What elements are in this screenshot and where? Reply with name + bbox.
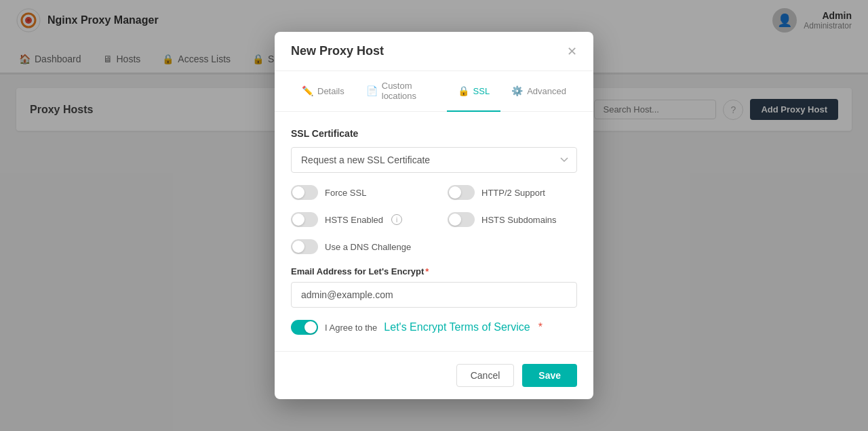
- agree-required-star: *: [538, 321, 542, 333]
- modal-header: New Proxy Host ✕: [275, 32, 593, 71]
- http2-label: HTTP/2 Support: [481, 188, 545, 198]
- tab-custom-locations-label: Custom locations: [382, 81, 436, 101]
- custom-locations-tab-icon: 📄: [366, 85, 378, 96]
- ssl-certificate-select-wrapper: Request a new SSL Certificate: [291, 147, 577, 173]
- hsts-subdomains-toggle[interactable]: [448, 212, 475, 227]
- http2-toggle-item: HTTP/2 Support: [448, 185, 577, 200]
- new-proxy-host-modal: New Proxy Host ✕ ✏️ Details 📄 Custom loc…: [275, 32, 593, 399]
- hsts-subdomains-label: HSTS Subdomains: [481, 215, 557, 225]
- tab-details[interactable]: ✏️ Details: [291, 71, 355, 112]
- agree-toggle[interactable]: [291, 320, 318, 335]
- force-ssl-toggle-item: Force SSL: [291, 185, 420, 200]
- dns-challenge-label: Use a DNS Challenge: [325, 242, 411, 252]
- details-tab-icon: ✏️: [302, 85, 313, 96]
- tab-advanced[interactable]: ⚙️ Advanced: [500, 71, 577, 112]
- modal-title: New Proxy Host: [291, 44, 384, 58]
- tab-custom-locations[interactable]: 📄 Custom locations: [355, 71, 447, 112]
- close-button[interactable]: ✕: [567, 45, 577, 58]
- tab-details-label: Details: [317, 86, 344, 96]
- advanced-tab-icon: ⚙️: [511, 85, 523, 96]
- email-input[interactable]: [291, 282, 577, 308]
- dns-challenge-toggle-item: Use a DNS Challenge: [291, 239, 420, 254]
- hsts-subdomains-toggle-item: HSTS Subdomains: [448, 212, 577, 227]
- ssl-toggles-grid: Force SSL HTTP/2 Support HSTS Enabled i …: [291, 185, 577, 254]
- tab-advanced-label: Advanced: [527, 86, 566, 96]
- letsencrypt-tos-link[interactable]: Let's Encrypt Terms of Service: [384, 321, 530, 333]
- save-button[interactable]: Save: [522, 364, 577, 387]
- force-ssl-toggle[interactable]: [291, 185, 318, 200]
- modal-overlay: New Proxy Host ✕ ✏️ Details 📄 Custom loc…: [0, 0, 868, 431]
- ssl-certificate-label: SSL Certificate: [291, 128, 577, 139]
- force-ssl-label: Force SSL: [325, 188, 366, 198]
- modal-tabs: ✏️ Details 📄 Custom locations 🔒 SSL ⚙️ A…: [275, 71, 593, 112]
- hsts-enabled-label: HSTS Enabled: [325, 215, 383, 225]
- dns-challenge-toggle[interactable]: [291, 239, 318, 254]
- http2-toggle[interactable]: [448, 185, 475, 200]
- hsts-enabled-toggle[interactable]: [291, 212, 318, 227]
- tab-ssl[interactable]: 🔒 SSL: [447, 71, 501, 112]
- email-required-star: *: [425, 266, 429, 276]
- ssl-tab-icon: 🔒: [458, 85, 469, 96]
- agree-row: I Agree to the Let's Encrypt Terms of Se…: [291, 320, 577, 335]
- modal-footer: Cancel Save: [275, 351, 593, 399]
- agree-text: I Agree to the: [325, 323, 377, 333]
- hsts-enabled-toggle-item: HSTS Enabled i: [291, 212, 420, 227]
- hsts-info-icon[interactable]: i: [391, 214, 402, 225]
- cancel-button[interactable]: Cancel: [456, 364, 515, 387]
- email-label: Email Address for Let's Encrypt*: [291, 266, 577, 276]
- modal-body: SSL Certificate Request a new SSL Certif…: [275, 112, 593, 351]
- tab-ssl-label: SSL: [473, 86, 490, 96]
- ssl-certificate-select[interactable]: Request a new SSL Certificate: [291, 147, 577, 173]
